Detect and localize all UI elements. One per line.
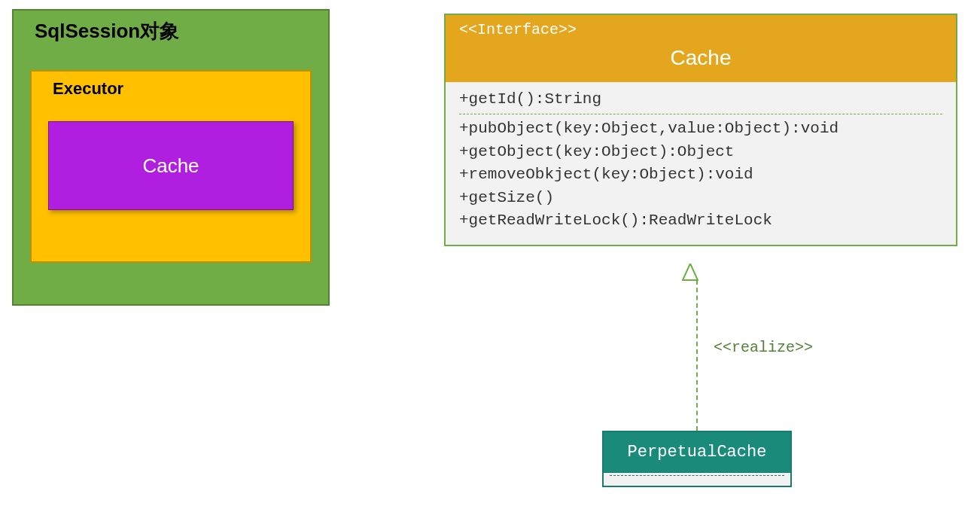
interface-methods: +getId():String +pubObject(key:Object,va… [446,82,956,245]
perpetualcache-name: PerpetualCache [604,432,790,472]
realize-connector: <<realize>> [444,264,957,437]
cache-title: Cache [142,154,199,178]
sqlsession-container: SqlSession对象 Executor Cache [12,9,330,306]
interface-header: <<Interface>> Cache [446,15,956,82]
method-row: +getSize() [459,187,942,209]
perpetual-separator [610,475,784,476]
svg-marker-0 [683,264,698,280]
perpetualcache-body [604,472,790,486]
interface-name: Cache [446,46,956,70]
sqlsession-title: SqlSession对象 [35,18,312,44]
method-separator [459,114,942,114]
method-row: +getId():String [459,88,942,111]
executor-title: Executor [53,79,294,99]
perpetualcache-uml-box: PerpetualCache [602,431,792,487]
method-row: +removeObkject(key:Object):void [459,163,942,186]
dashed-line [696,280,698,431]
cache-container: Cache [48,121,294,210]
realize-label: <<realize>> [714,339,813,356]
method-row: +pubObject(key:Object,value:Object):void [459,117,942,140]
method-row: +getObject(key:Object):Object [459,141,942,163]
executor-container: Executor Cache [30,70,312,263]
method-row: +getReadWriteLock():ReadWriteLock [459,209,942,232]
interface-uml-box: <<Interface>> Cache +getId():String +pub… [444,14,957,246]
interface-stereotype: <<Interface>> [446,21,956,38]
